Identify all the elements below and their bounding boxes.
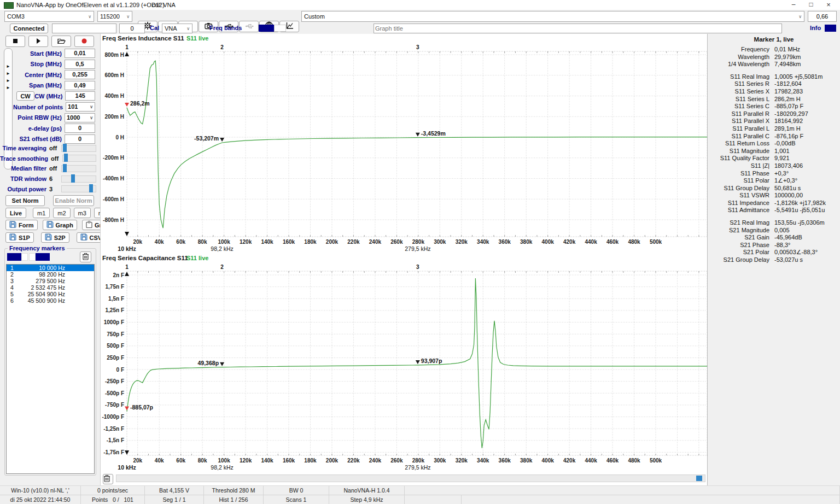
trace-button-m2[interactable]: m2 bbox=[53, 208, 70, 218]
svg-text:98,2 kHz: 98,2 kHz bbox=[211, 464, 233, 471]
clear-graph-button[interactable] bbox=[103, 474, 113, 484]
count-input[interactable] bbox=[119, 24, 145, 33]
marker-list-item[interactable]: 42 532 475 Hz bbox=[7, 284, 94, 291]
trace-button-m1[interactable]: m1 bbox=[33, 208, 50, 218]
cal-mode-select[interactable]: VNA ∨ bbox=[162, 24, 192, 33]
marker-info-row: S11 Parallel R-180209,297 bbox=[708, 110, 840, 118]
svg-text:-1000p F: -1000p F bbox=[102, 414, 124, 420]
record-button[interactable] bbox=[74, 36, 94, 47]
delete-markers-button[interactable] bbox=[80, 251, 91, 262]
scale-input[interactable] bbox=[808, 11, 837, 22]
export-s2p-button[interactable]: S2P bbox=[41, 232, 69, 243]
marker-info-value: -1812,604 bbox=[774, 80, 802, 88]
slider-track[interactable] bbox=[61, 185, 96, 192]
trace-button-live[interactable]: Live bbox=[5, 208, 26, 218]
svg-text:93,907p: 93,907p bbox=[421, 358, 442, 364]
expand-arrow-icon[interactable]: ► bbox=[4, 84, 12, 91]
svg-text:1: 1 bbox=[125, 264, 129, 270]
marker-color-swatch[interactable] bbox=[21, 253, 28, 261]
marker-info-label: S11 Return Loss bbox=[708, 140, 769, 148]
freq-bands-color-swatch-2[interactable] bbox=[274, 25, 286, 32]
field-s21-input[interactable]: 0 bbox=[65, 134, 95, 144]
marker-info-value: 1∠+0,3° bbox=[774, 177, 797, 185]
slider-track[interactable] bbox=[61, 145, 96, 152]
marker-color-swatch[interactable] bbox=[7, 253, 21, 261]
open-button[interactable] bbox=[51, 36, 71, 47]
graph-title-input[interactable] bbox=[374, 24, 782, 33]
slider-label: Trace smoothing bbox=[0, 155, 48, 162]
svg-text:140k: 140k bbox=[261, 458, 273, 464]
expand-arrow-icon[interactable]: ► bbox=[4, 77, 12, 84]
export-s1p-button[interactable]: S1P bbox=[5, 232, 34, 243]
enable-norm-button[interactable]: Enable Norm bbox=[53, 195, 94, 206]
field-start-input[interactable]: 0,01 bbox=[65, 49, 95, 58]
slider-track[interactable] bbox=[62, 155, 96, 162]
field-center-input[interactable]: 0,255 bbox=[65, 70, 95, 79]
svg-text:460k: 460k bbox=[606, 458, 619, 464]
marker-info-row: S11 Series X17982,283 bbox=[708, 88, 840, 96]
field-e-delay-row: e-delay (ps)0 bbox=[13, 123, 100, 134]
cw-button[interactable]: CW bbox=[16, 91, 34, 101]
marker-info-value: -180209,297 bbox=[774, 110, 808, 118]
select-value[interactable]: 101∨ bbox=[66, 102, 95, 112]
marker-color-swatch[interactable] bbox=[36, 253, 50, 261]
marker-info-label: 1/4 Wavelength bbox=[708, 61, 769, 68]
frequency-entry-input[interactable] bbox=[52, 24, 116, 33]
maximize-button[interactable]: □ bbox=[803, 0, 819, 10]
trace-button-m3[interactable]: m3 bbox=[74, 208, 91, 218]
expand-arrow-icon[interactable]: ► bbox=[4, 63, 12, 70]
baud-rate-select[interactable]: 115200 ∨ bbox=[97, 11, 132, 22]
select-value[interactable]: 1000∨ bbox=[65, 113, 95, 122]
select-label: Point RBW (Hz) bbox=[13, 114, 62, 121]
slider-handle[interactable] bbox=[89, 184, 93, 192]
statusbar-cell: Points 0 / 101 bbox=[81, 495, 145, 504]
graph-scrollbar-handle[interactable] bbox=[696, 476, 702, 481]
close-button[interactable]: × bbox=[821, 0, 836, 10]
svg-text:-1,5n F: -1,5n F bbox=[107, 437, 124, 443]
marker-color-swatch[interactable] bbox=[29, 253, 36, 261]
minimize-button[interactable]: – bbox=[786, 0, 801, 10]
frequency-marker-list[interactable]: 110 000 Hz298 200 Hz3279 500 Hz42 532 47… bbox=[6, 264, 95, 474]
field-e-delay-input[interactable]: 0 bbox=[65, 124, 95, 133]
marker-info-row: S11 Series R-1812,604 bbox=[708, 80, 840, 88]
marker-number: 5 bbox=[10, 291, 18, 297]
expand-arrow-icon[interactable]: ► bbox=[4, 70, 12, 77]
marker-list-item[interactable]: 645 500 900 Hz bbox=[7, 297, 94, 304]
stop-button[interactable] bbox=[5, 36, 25, 47]
statusbar-cell: Scans 1 bbox=[264, 495, 329, 504]
charts-canvas[interactable]: Freq Series Inductance S11S11 live800m H… bbox=[101, 34, 708, 473]
graph-scrollbar[interactable] bbox=[116, 474, 705, 482]
marker-info-row: 1/4 Wavelength7,4948km bbox=[708, 61, 840, 68]
connected-button[interactable]: Connected bbox=[10, 24, 48, 33]
slider-handle[interactable] bbox=[63, 164, 67, 172]
svg-text:240k: 240k bbox=[369, 458, 382, 464]
field-span-input[interactable]: 0,49 bbox=[65, 81, 95, 90]
svg-text:Freq Series Capacitance S11: Freq Series Capacitance S11 bbox=[102, 255, 188, 261]
field-stop-input[interactable]: 0,5 bbox=[65, 60, 95, 69]
run-button[interactable] bbox=[28, 36, 48, 47]
profile-select[interactable]: Custom ∨ bbox=[301, 11, 804, 22]
slider-track[interactable] bbox=[61, 175, 96, 183]
freq-bands-color-swatch[interactable] bbox=[259, 25, 274, 32]
com-port-select[interactable]: COM3 ∨ bbox=[4, 11, 94, 22]
svg-text:10 kHz: 10 kHz bbox=[118, 464, 136, 471]
marker-list-item[interactable]: 3279 500 Hz bbox=[7, 278, 94, 284]
set-norm-button[interactable]: Set Norm bbox=[5, 195, 45, 206]
trace-buttons: Livem1m2m3m4 bbox=[5, 208, 111, 218]
marker-list-item[interactable]: 110 000 Hz bbox=[7, 265, 94, 271]
svg-text:260k: 260k bbox=[390, 458, 403, 464]
slider-handle[interactable] bbox=[64, 154, 68, 162]
svg-text:500k: 500k bbox=[650, 239, 662, 245]
slider-handle[interactable] bbox=[71, 174, 75, 183]
save-graph-button[interactable]: Graph bbox=[43, 220, 77, 230]
marker-info-row: S21 Group Delay-53,027u s bbox=[708, 256, 840, 264]
info-color-swatch[interactable] bbox=[825, 25, 836, 32]
cw-input[interactable]: 145 bbox=[65, 91, 95, 101]
marker-list-item[interactable]: 525 504 900 Hz bbox=[7, 291, 94, 297]
save-form-button[interactable]: Form bbox=[5, 220, 38, 230]
slider-track[interactable] bbox=[61, 165, 96, 172]
slider-handle[interactable] bbox=[63, 144, 67, 152]
export-button-label: S1P bbox=[19, 235, 30, 241]
titlebar: NanoVNA-App by OneOfEleven et al v1.1.20… bbox=[0, 0, 840, 10]
marker-list-item[interactable]: 298 200 Hz bbox=[7, 271, 94, 278]
